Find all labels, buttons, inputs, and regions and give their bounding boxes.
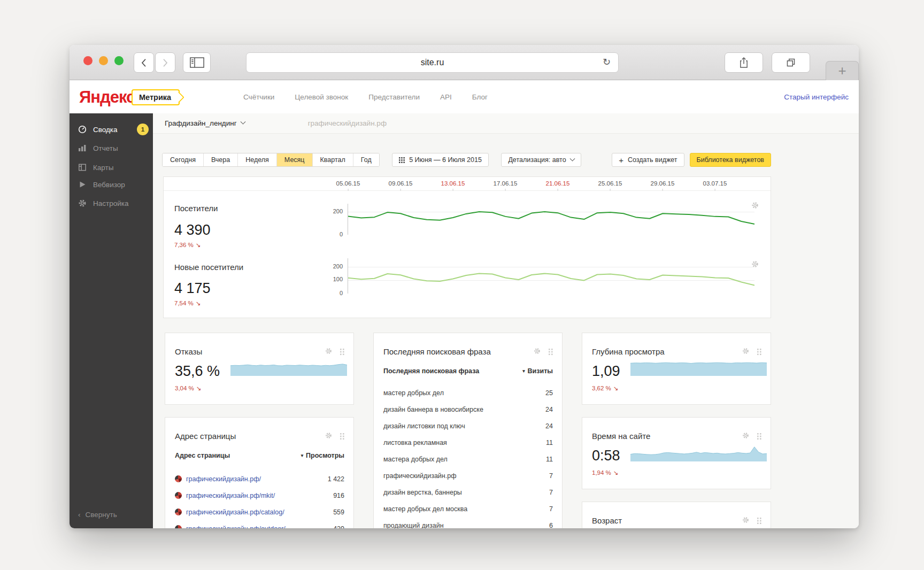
table-header: Адрес страницы ▼Просмотры: [175, 452, 344, 459]
down-right-arrow-icon: ↘: [613, 385, 619, 391]
sidebar-icon: [190, 57, 204, 68]
period-switcher: СегодняВчераНеделяМесяцКварталГод: [162, 153, 380, 167]
new-tab-button[interactable]: +: [826, 61, 859, 80]
sidebar-item-webvisor[interactable]: Вебвизор: [70, 176, 153, 192]
nav-link[interactable]: Блог: [472, 93, 488, 101]
close-window-button[interactable]: [83, 56, 93, 65]
period-button[interactable]: Год: [353, 153, 379, 166]
sidebar-item-label: Вебвизор: [93, 181, 125, 189]
visits-value: 24: [545, 422, 553, 430]
chart-date-axis: 05.06.1509.06.1513.06.1517.06.1521.06.15…: [164, 177, 771, 191]
zoom-window-button[interactable]: [114, 56, 124, 65]
minimize-window-button[interactable]: [99, 56, 108, 65]
gear-icon[interactable]: [325, 347, 332, 357]
reload-icon[interactable]: ↻: [603, 56, 611, 68]
page-url-link[interactable]: графическийдизайн.рф/outdoor/: [175, 525, 286, 529]
date-range-button[interactable]: 5 Июня — 6 Июля 2015: [392, 153, 489, 167]
create-widget-button[interactable]: + Создать виджет: [612, 153, 684, 167]
widget-library-button[interactable]: Библиотека виджетов: [690, 153, 771, 167]
widget-value: 1,09: [592, 363, 620, 380]
sidebar-item-summary[interactable]: Сводка 1: [70, 121, 153, 137]
favicon: [175, 509, 182, 515]
widget-delta: 3,04 %↘: [175, 384, 201, 392]
phrase-label: мастер добрых дел москва: [383, 505, 467, 513]
share-button[interactable]: [725, 52, 763, 73]
widget-title: Последняя поисковая фраза: [383, 347, 491, 356]
gear-icon[interactable]: [534, 347, 541, 357]
new-visitors-line-chart: [348, 260, 754, 294]
sidebar-item-label: Отчеты: [93, 144, 118, 152]
period-button[interactable]: Сегодня: [163, 153, 204, 166]
back-button[interactable]: [134, 52, 154, 73]
page-url-link[interactable]: графическийдизайн.рф/mkit/: [175, 492, 275, 499]
nav-link[interactable]: Целевой звонок: [295, 93, 348, 101]
metric-delta-visitors: 7,36 %↘: [174, 241, 201, 249]
drag-handle-icon[interactable]: [340, 348, 344, 357]
depth-sparkline: [630, 361, 767, 376]
table-row: дизайн листовки под ключ 24: [383, 418, 553, 434]
granularity-button[interactable]: Детализация: авто: [501, 153, 581, 167]
drag-handle-icon[interactable]: [757, 348, 761, 357]
forward-button[interactable]: [155, 52, 175, 73]
views-value: 559: [333, 509, 344, 516]
chevron-right-icon: [162, 58, 168, 68]
metric-value-visitors: 4 390: [174, 222, 211, 238]
date-tick-label: 21.06.15: [546, 180, 570, 187]
counter-selector[interactable]: Графдизайн_лендинг: [165, 119, 245, 127]
sidebar-item-reports[interactable]: Отчеты: [70, 140, 153, 156]
play-icon: [78, 180, 87, 189]
nav-link[interactable]: Счётчики: [243, 93, 274, 101]
widget-title: Возраст: [592, 516, 622, 525]
nav-link[interactable]: API: [440, 93, 452, 101]
table-row: мастера добрых дел 11: [383, 451, 553, 467]
address-bar[interactable]: site.ru ↻: [246, 52, 619, 73]
column-value[interactable]: ▼Визиты: [521, 367, 553, 375]
yandex-logo[interactable]: Яндекс: [79, 88, 135, 107]
view-depth-widget: Глубина просмотра 1,09 3,62 %↘: [582, 333, 771, 405]
widget-title: Отказы: [175, 347, 202, 356]
browser-chrome: site.ru ↻ +: [70, 45, 859, 80]
date-tick-label: 09.06.15: [389, 180, 413, 187]
period-button[interactable]: Неделя: [238, 153, 277, 166]
column-label[interactable]: Адрес страницы: [175, 452, 230, 459]
period-button[interactable]: Вчера: [204, 153, 238, 166]
toolbar: СегодняВчераНеделяМесяцКварталГод 5 Июня…: [162, 153, 859, 167]
widget-library-label: Библиотека виджетов: [697, 156, 764, 164]
date-tick-label: 13.06.15: [441, 180, 465, 187]
gear-icon[interactable]: [751, 260, 759, 270]
drag-handle-icon[interactable]: [757, 432, 761, 442]
share-icon: [739, 57, 749, 68]
column-label[interactable]: Последняя поисковая фраза: [383, 367, 479, 375]
counter-name: Графдизайн_лендинг: [165, 119, 237, 127]
tabs-icon: [786, 58, 796, 67]
widget-delta: 3,62 %↘: [592, 384, 618, 392]
drag-handle-icon[interactable]: [549, 348, 553, 357]
period-button[interactable]: Квартал: [313, 153, 353, 166]
phrase-label: листовка рекламная: [383, 439, 447, 446]
sidebar-toggle-button[interactable]: [183, 52, 211, 73]
sidebar-item-settings[interactable]: Настройка: [70, 195, 153, 211]
favicon: [175, 525, 182, 528]
chevron-down-icon: [569, 156, 575, 161]
gear-icon[interactable]: [742, 347, 749, 357]
gear-icon[interactable]: [325, 432, 332, 441]
show-tabs-button[interactable]: [772, 52, 810, 73]
page-url-link[interactable]: графическийдизайн.рф/: [175, 475, 261, 483]
metrica-service-tag[interactable]: Метрика: [132, 89, 180, 105]
drag-handle-icon[interactable]: [757, 517, 761, 526]
old-interface-link[interactable]: Старый интерфейс: [784, 93, 849, 101]
period-button[interactable]: Месяц: [277, 153, 313, 166]
nav-link[interactable]: Представители: [368, 93, 420, 101]
gear-icon[interactable]: [742, 432, 749, 441]
sidebar-collapse-button[interactable]: ‹ Свернуть: [78, 511, 117, 519]
drag-handle-icon[interactable]: [340, 432, 344, 442]
gear-icon[interactable]: [751, 202, 759, 211]
gear-icon: [78, 199, 87, 207]
gear-icon[interactable]: [742, 516, 749, 526]
phrase-label: графическийдизайн.рф: [383, 472, 456, 480]
phrase-label: дизайн листовки под ключ: [383, 422, 465, 430]
sidebar-item-maps[interactable]: Карты: [70, 159, 153, 175]
page-url-link[interactable]: графическийдизайн.рф/catalog/: [175, 509, 284, 516]
layout-icon: [78, 163, 87, 172]
column-value[interactable]: ▼Просмотры: [300, 452, 344, 459]
